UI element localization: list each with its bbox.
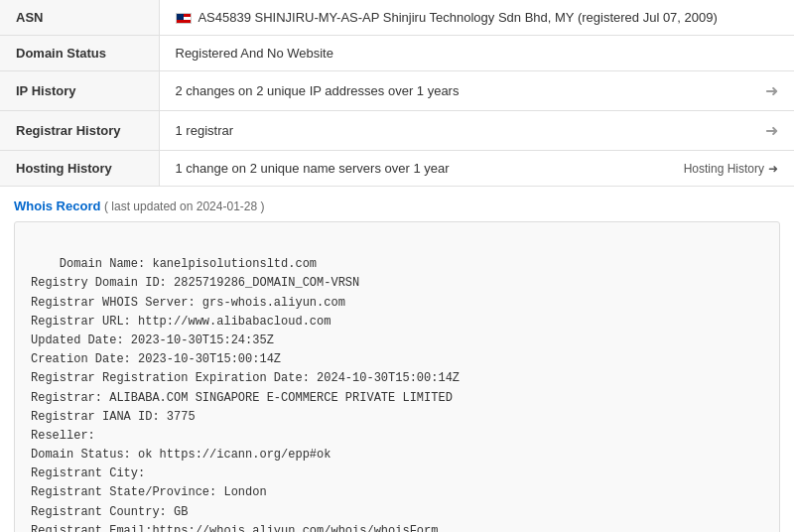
table-row-hosting-history: Hosting History 1 change on 2 unique nam… <box>0 151 794 187</box>
label-ip-history: IP History <box>0 71 159 111</box>
label-registrar-history: Registrar History <box>0 111 159 151</box>
whois-box: Domain Name: kanelpisolutionsltd.com Reg… <box>14 221 780 532</box>
flag-icon <box>176 13 192 24</box>
table-row-registrar-history: Registrar History 1 registrar ➜ <box>0 111 794 151</box>
label-domain-status: Domain Status <box>0 36 159 71</box>
value-registrar-history: 1 registrar ➜ <box>159 111 794 151</box>
value-ip-history: 2 changes on 2 unique IP addresses over … <box>159 71 794 111</box>
whois-content-part1: Domain Name: kanelpisolutionsltd.com Reg… <box>31 257 460 532</box>
whois-title: Whois Record ( last updated on 2024-01-2… <box>14 199 780 213</box>
value-hosting-history: 1 change on 2 unique name servers over 1… <box>159 151 794 187</box>
ip-history-arrow-icon[interactable]: ➜ <box>765 81 778 100</box>
value-asn: AS45839 SHINJIRU-MY-AS-AP Shinjiru Techn… <box>159 0 794 36</box>
whois-record-link[interactable]: Whois Record <box>14 199 100 213</box>
info-table: ASN AS45839 SHINJIRU-MY-AS-AP Shinjiru T… <box>0 0 794 187</box>
registrar-history-arrow-icon[interactable]: ➜ <box>765 121 778 140</box>
whois-last-updated: ( last updated on 2024-01-28 ) <box>104 200 264 213</box>
hosting-history-link-arrow-icon: ➜ <box>768 162 778 176</box>
table-row-ip-history: IP History 2 changes on 2 unique IP addr… <box>0 71 794 111</box>
whois-section: Whois Record ( last updated on 2024-01-2… <box>14 199 780 532</box>
table-row-asn: ASN AS45839 SHINJIRU-MY-AS-AP Shinjiru T… <box>0 0 794 36</box>
table-row-domain-status: Domain Status Registered And No Website <box>0 36 794 71</box>
value-domain-status: Registered And No Website <box>159 36 794 71</box>
label-asn: ASN <box>0 0 159 36</box>
label-hosting-history: Hosting History <box>0 151 159 187</box>
hosting-history-link[interactable]: Hosting History ➜ <box>684 162 778 176</box>
